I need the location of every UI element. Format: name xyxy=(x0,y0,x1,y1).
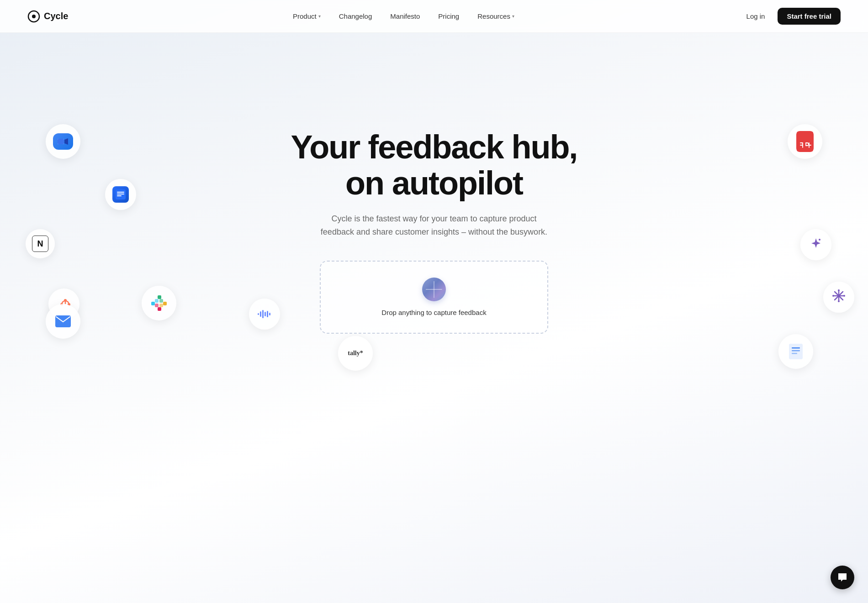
page-wrapper: Cycle Product ▾ Changelog Manifesto Pric… xyxy=(0,0,868,603)
svg-rect-29 xyxy=(155,299,159,303)
integration-doc-icon xyxy=(778,334,813,369)
nav-actions: Log in Start free trial xyxy=(739,8,841,25)
integration-notion-icon: N xyxy=(26,229,55,258)
nav-manifesto[interactable]: Manifesto xyxy=(383,9,427,24)
integration-snowflake-icon xyxy=(823,282,854,313)
trial-button[interactable]: Start free trial xyxy=(778,8,841,25)
svg-rect-23 xyxy=(792,350,800,351)
svg-rect-25 xyxy=(151,302,155,305)
svg-rect-24 xyxy=(792,353,797,354)
integration-intercom-icon xyxy=(105,179,136,210)
svg-rect-10 xyxy=(797,131,813,152)
svg-rect-21 xyxy=(789,344,803,359)
login-button[interactable]: Log in xyxy=(739,9,773,24)
svg-rect-22 xyxy=(792,347,800,349)
drop-zone[interactable]: Drop anything to capture feedback xyxy=(320,261,548,334)
globe-icon xyxy=(422,278,446,301)
svg-rect-32 xyxy=(155,304,159,307)
hero-section: N xyxy=(0,33,868,421)
integration-audio-icon xyxy=(249,299,280,330)
integration-email-icon xyxy=(46,304,80,339)
integration-slack-icon xyxy=(142,286,176,320)
svg-rect-30 xyxy=(159,299,163,303)
svg-marker-4 xyxy=(64,138,68,145)
chat-button[interactable] xyxy=(831,566,854,589)
svg-rect-38 xyxy=(269,313,270,315)
nav-pricing[interactable]: Pricing xyxy=(431,9,466,24)
svg-rect-36 xyxy=(265,312,266,316)
nav-resources[interactable]: Resources ▾ xyxy=(470,9,522,24)
hero-subtitle: Cycle is the fastest way for your team t… xyxy=(320,212,548,239)
svg-point-16 xyxy=(838,289,840,291)
navbar: Cycle Product ▾ Changelog Manifesto Pric… xyxy=(0,0,868,33)
svg-rect-26 xyxy=(158,295,161,299)
svg-point-11 xyxy=(819,239,820,241)
svg-point-1 xyxy=(32,15,36,18)
svg-rect-3 xyxy=(58,139,64,144)
svg-rect-31 xyxy=(159,304,163,307)
svg-rect-28 xyxy=(158,307,161,311)
nav-links: Product ▾ Changelog Manifesto Pricing Re… xyxy=(286,9,522,24)
svg-rect-27 xyxy=(163,302,167,305)
integration-zoom-icon xyxy=(46,124,80,159)
drop-zone-label: Drop anything to capture feedback xyxy=(381,309,486,316)
svg-point-19 xyxy=(843,295,845,297)
svg-point-17 xyxy=(838,300,840,302)
svg-rect-34 xyxy=(260,311,261,317)
svg-rect-33 xyxy=(258,313,259,315)
hero-title: Your feedback hub, on autopilot xyxy=(291,129,577,201)
chevron-down-icon: ▾ xyxy=(512,14,514,19)
svg-rect-35 xyxy=(262,310,264,318)
integration-pdf-icon xyxy=(788,124,822,159)
integration-tally-icon: tally* xyxy=(338,336,373,371)
chevron-down-icon: ▾ xyxy=(318,14,321,19)
svg-point-18 xyxy=(832,295,834,297)
nav-product[interactable]: Product ▾ xyxy=(286,9,328,24)
nav-changelog[interactable]: Changelog xyxy=(332,9,380,24)
logo[interactable]: Cycle xyxy=(27,10,68,23)
integration-ai-icon xyxy=(800,229,831,260)
logo-text: Cycle xyxy=(44,11,68,21)
svg-rect-37 xyxy=(267,311,268,317)
